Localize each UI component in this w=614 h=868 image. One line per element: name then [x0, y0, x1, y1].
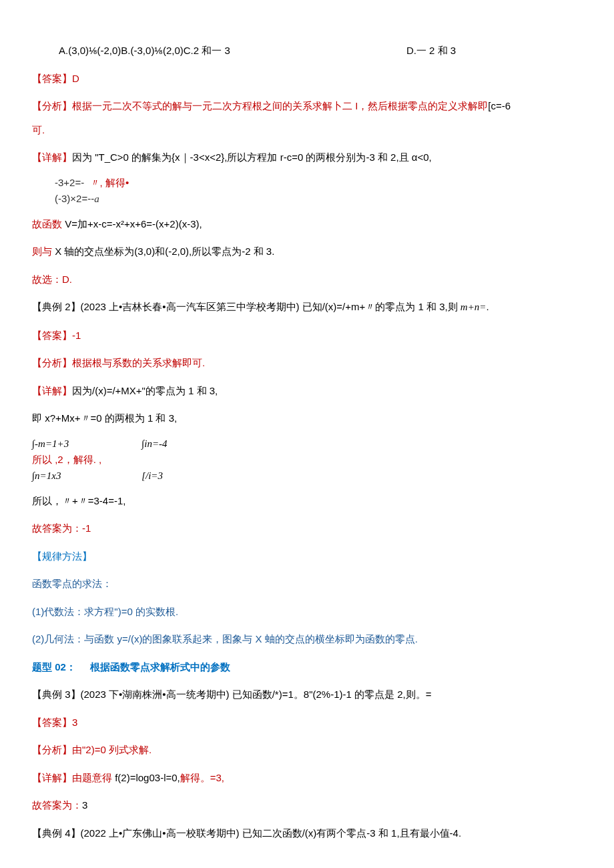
- xaxis-body: X 轴的交点坐标为(3,0)和(-2,0),所以零点为-2 和 3.: [55, 246, 274, 257]
- c1a: ∫-m=1+3: [32, 436, 101, 452]
- c1b: ∫n=1x3: [32, 468, 101, 484]
- eq-line: 即 x?+Mx+〃=0 的两根为 1 和 3,: [32, 408, 582, 429]
- solve-right: ∫in=-4 [/i=3: [141, 436, 167, 484]
- ans3-val: 3: [82, 799, 87, 811]
- pick-line: 故选：D.: [32, 269, 582, 290]
- analysis-2: 【分析】根据根与系数的关系求解即可.: [32, 352, 582, 374]
- detail-3-label: 【详解】: [32, 772, 72, 783]
- xaxis-line: 则与 X 轴的交点坐标为(3,0)和(-2,0),所以零点为-2 和 3.: [32, 241, 582, 262]
- detail-1-text: 因为 "T_C>0 的解集为{x｜-3<x<2},所以方程加 r-c=0 的两根…: [72, 151, 432, 163]
- detail-1: 【详解】因为 "T_C>0 的解集为{x｜-3<x<2},所以方程加 r-c=0…: [32, 147, 582, 168]
- example-4: 【典例 4】(2022 上•广东佛山•高一校联考期中) 已知二次函数/(x)有两…: [32, 823, 582, 844]
- mc-options: A.(3,0)⅛(-2,0)B.(-3,0)⅛(2,0)C.2 和一 3 D.一…: [32, 40, 582, 61]
- c2a: ∫in=-4: [141, 436, 167, 452]
- detail-3: 【详解】由题意得 f(2)=log03-l=0,解得。=3,: [32, 767, 582, 789]
- analysis-3: 【分析】由"2)=0 列式求解.: [32, 739, 582, 761]
- eq1-line1: -3+2=-: [55, 177, 84, 188]
- analysis-1-cont: 可.: [32, 119, 582, 141]
- sec-b: 根据函数零点求解析式中的参数: [90, 661, 230, 673]
- c2b: [/i=3: [141, 468, 167, 484]
- detail-3-pre: 由题意得: [72, 772, 115, 783]
- detail-2-label: 【详解】: [32, 385, 72, 396]
- analysis-1: 【分析】根据一元二次不等式的解与一元二次方程根之间的关系求解卜二 I，然后根据零…: [32, 95, 582, 117]
- detail-2: 【详解】因为/(x)=/+MX+"的零点为 1 和 3,: [32, 380, 582, 402]
- detail-1-label: 【详解】: [32, 151, 72, 163]
- solve-table: ∫-m=1+3 所以 ,2，解得. , ∫n=1x3 ∫in=-4 [/i=3: [32, 436, 582, 484]
- section-02: 题型 02： 根据函数零点求解析式中的参数: [32, 657, 582, 678]
- ex2-text: 【典例 2】(2023 上•吉林长春•高一汽车区第三中学校考期中) 已知/(x)…: [32, 301, 460, 312]
- sum-line: 所以，〃+〃=3-4=-1,: [32, 490, 582, 512]
- ex2-dot: .: [486, 301, 489, 312]
- answer-1: 【答案】D: [32, 68, 582, 89]
- analysis-1-text: 【分析】根据一元二次不等式的解与一元二次方程根之间的关系求解卜二 I，然后根据零…: [32, 100, 488, 111]
- example-2: 【典例 2】(2023 上•吉林长春•高一汽车区第三中学校考期中) 已知/(x)…: [32, 296, 582, 318]
- eq1-sub: a: [94, 193, 99, 204]
- func-line: 故函数 V=加+x-c=-x²+x+6=-(x+2)(x-3),: [32, 213, 582, 235]
- xaxis-prefix: 则与: [32, 246, 55, 257]
- rule-1: (1)代数法：求方程")=0 的实数根.: [32, 601, 582, 622]
- func-body: V=加+x-c=-x²+x+6=-(x+2)(x-3),: [65, 218, 202, 230]
- sec-a: 题型 02：: [32, 661, 76, 673]
- tbl-mid: 所以 ,2，解得. ,: [32, 452, 101, 468]
- analysis-1-inline: [c=-6: [488, 100, 511, 111]
- rule-2: (2)几何法：与函数 y=/(x)的图象联系起来，图象与 X 蚰的交点的横坐标即…: [32, 628, 582, 650]
- detail-2-text: 因为/(x)=/+MX+"的零点为 1 和 3,: [72, 385, 218, 396]
- answer-3: 【答案】3: [32, 712, 582, 733]
- rule-heading: 【规律方法】: [32, 546, 582, 567]
- detail-3-post: 解得。=3,: [180, 772, 224, 783]
- answer-3-final: 故答案为：3: [32, 795, 582, 816]
- answer-2: 【答案】-1: [32, 325, 582, 346]
- solve-prefix: ∫-m=1+3 所以 ,2，解得. , ∫n=1x3: [32, 436, 101, 484]
- options-d: D.一 2 和 3: [406, 40, 456, 61]
- answer-2-final: 故答案为：-1: [32, 518, 582, 539]
- options-abc: A.(3,0)⅛(-2,0)B.(-3,0)⅛(2,0)C.2 和一 3: [59, 40, 230, 61]
- eq1-line2: (-3)×2=--: [55, 193, 94, 204]
- eq1-mid: 〃, 解得•: [90, 177, 129, 188]
- detail-3-eq: f(2)=log03-l=0,: [115, 772, 180, 783]
- example-3: 【典例 3】(2023 下•湖南株洲•高一统考期中) 已知函数/*)=1。8"(…: [32, 684, 582, 705]
- ans3-prefix: 故答案为：: [32, 799, 82, 811]
- equation-block-1: -3+2=- 〃, 解得• (-3)×2=--a: [32, 175, 582, 207]
- func-prefix: 故函数: [32, 218, 65, 230]
- rule-title: 函数零点的求法：: [32, 573, 582, 594]
- ex2-var: m+n=: [460, 302, 487, 312]
